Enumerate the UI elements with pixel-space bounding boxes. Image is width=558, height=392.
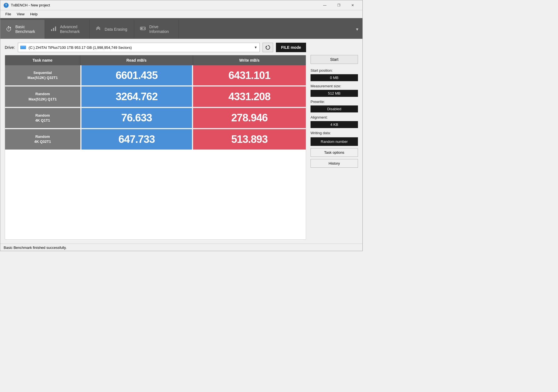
content-area: Drive: (C:) ZHITAI TiPlus7100 1TB 953.17… [5,43,306,240]
drive-label: Drive: [5,45,15,50]
tab-dropdown[interactable]: ▼ [352,20,362,39]
close-button[interactable]: ✕ [346,1,359,9]
window-controls: — ❐ ✕ [318,1,359,9]
table-row: Random4K Q32T1 647.733 513.893 [5,129,306,149]
tab-advanced-benchmark[interactable]: AdvancedBenchmark [45,20,90,39]
statusbar: Basic Benchmark finished successfully. [0,244,362,251]
start-position-value: 0 MB [311,74,358,81]
read-value-4: 647.733 [80,129,193,149]
basic-benchmark-icon: ⏱ [6,26,12,33]
history-button[interactable]: History [311,159,358,168]
drive-value: (C:) ZHITAI TiPlus7100 1TB 953.17 GB (1,… [29,45,132,50]
alignment-label: Alignment: [311,115,358,119]
file-mode-button[interactable]: FILE mode [276,43,306,52]
drive-information-icon [140,25,146,33]
svg-rect-4 [141,28,143,29]
tab-basic-benchmark[interactable]: ⏱ BasicBenchmark [0,20,45,39]
right-panel: Start Start position: 0 MB Measurement s… [311,43,358,240]
status-text: Basic Benchmark finished successfully. [4,246,67,250]
benchmark-table: Task name Read mB/s Write mB/s Sequentia… [5,55,306,240]
drive-information-label: DriveInformation [149,25,169,34]
titlebar: T TxBENCH - New project — ❐ ✕ [0,0,362,10]
task-name-2: RandomMax(512K) Q1T1 [5,86,80,107]
task-name-4: Random4K Q32T1 [5,129,80,149]
writing-data-button[interactable]: Random number [311,137,358,146]
task-options-button[interactable]: Task options [311,148,358,157]
table-row: RandomMax(512K) Q1T1 3264.762 4331.208 [5,86,306,108]
alignment-value: 4 KB [311,121,358,128]
svg-rect-8 [21,48,25,48]
header-task-name: Task name [5,55,80,65]
main-content: Drive: (C:) ZHITAI TiPlus7100 1TB 953.17… [0,39,362,244]
write-value-3: 278.946 [193,108,306,128]
svg-rect-7 [21,46,26,49]
tab-drive-information[interactable]: DriveInformation [134,20,179,39]
drive-select-text: (C:) ZHITAI TiPlus7100 1TB 953.17 GB (1,… [20,45,132,50]
advanced-benchmark-label: AdvancedBenchmark [60,25,80,34]
task-name-1: SequentialMax(512K) Q32T1 [5,65,80,85]
write-value-1: 6431.101 [193,65,306,85]
menu-help[interactable]: Help [27,11,40,17]
refresh-button[interactable] [263,43,273,52]
svg-point-5 [144,28,145,29]
menubar: File View Help [0,10,362,18]
drive-select-wrapper: (C:) ZHITAI TiPlus7100 1TB 953.17 GB (1,… [18,43,260,52]
measurement-size-label: Measurement size: [311,84,358,88]
basic-benchmark-label: BasicBenchmark [15,25,35,34]
minimize-button[interactable]: — [318,1,331,9]
data-erasing-icon [95,25,101,33]
write-value-2: 4331.208 [193,86,306,107]
advanced-benchmark-icon [50,25,57,33]
maximize-button[interactable]: ❐ [332,1,345,9]
svg-rect-2 [55,27,56,31]
drive-select[interactable]: (C:) ZHITAI TiPlus7100 1TB 953.17 GB (1,… [18,43,260,52]
drive-row: Drive: (C:) ZHITAI TiPlus7100 1TB 953.17… [5,43,306,52]
write-value-4: 513.893 [193,129,306,149]
read-value-3: 76.633 [80,108,193,128]
read-value-2: 3264.762 [80,86,193,107]
read-value-1: 6601.435 [80,65,193,85]
data-erasing-label: Data Erasing [105,27,127,32]
menu-file[interactable]: File [3,11,14,17]
table-row: SequentialMax(512K) Q32T1 6601.435 6431.… [5,65,306,86]
window-title: TxBENCH - New project [11,3,318,7]
prewrite-value: Disabled [311,105,358,112]
header-write: Write mB/s [193,55,306,65]
task-name-3: Random4K Q1T1 [5,108,80,128]
start-position-label: Start position: [311,68,358,73]
start-button[interactable]: Start [311,55,358,64]
table-row: Random4K Q1T1 76.633 278.946 [5,108,306,129]
tab-data-erasing[interactable]: Data Erasing [90,20,134,39]
writing-data-label: Writing data: [311,131,358,135]
menu-view[interactable]: View [14,11,27,17]
app-icon: T [4,3,9,8]
svg-rect-0 [51,29,52,31]
measurement-size-value: 512 MB [311,90,358,97]
header-read: Read mB/s [80,55,193,65]
tabbar: ⏱ BasicBenchmark AdvancedBenchmark Data … [0,18,362,39]
svg-rect-1 [53,28,54,31]
prewrite-label: Prewrite: [311,100,358,104]
drive-dropdown-arrow: ▼ [254,45,258,49]
table-header: Task name Read mB/s Write mB/s [5,55,306,65]
